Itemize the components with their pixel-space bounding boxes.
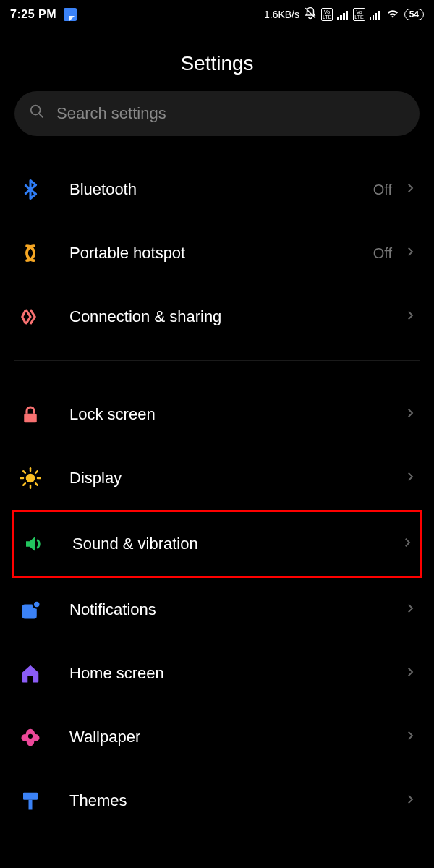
settings-item-notifications[interactable]: Notifications	[14, 578, 420, 642]
search-icon	[29, 103, 45, 124]
item-label: Portable hotspot	[69, 244, 373, 263]
lock-icon	[17, 401, 43, 427]
search-input[interactable]: Search settings	[14, 91, 420, 136]
item-label: Lock screen	[69, 405, 404, 424]
volte-2-icon: VoLTE	[353, 8, 365, 21]
item-label: Display	[69, 469, 404, 488]
svg-line-8	[23, 471, 25, 473]
connection-icon	[17, 304, 43, 330]
chevron-right-icon	[404, 245, 417, 261]
settings-item-hotspot[interactable]: Portable hotspot Off	[14, 221, 420, 285]
chevron-right-icon	[404, 793, 417, 809]
speaker-icon	[20, 531, 46, 557]
signal-1-icon	[337, 9, 349, 20]
dnd-bell-off-icon	[304, 7, 317, 22]
sun-icon	[17, 465, 43, 491]
settings-item-bluetooth[interactable]: Bluetooth Off	[14, 158, 420, 221]
home-icon	[17, 660, 43, 686]
settings-item-display[interactable]: Display	[14, 446, 420, 510]
search-placeholder: Search settings	[56, 104, 166, 123]
brush-icon	[17, 788, 43, 814]
svg-point-0	[31, 106, 41, 115]
status-time: 7:25 PM	[10, 8, 56, 21]
flower-icon	[17, 724, 43, 750]
settings-item-themes[interactable]: Themes	[14, 769, 420, 833]
svg-point-3	[26, 474, 35, 483]
item-label: Sound & vibration	[72, 535, 401, 553]
chevron-right-icon	[404, 729, 417, 745]
svg-point-13	[33, 601, 41, 608]
chevron-right-icon	[404, 407, 417, 422]
volte-1-icon: VoLTE	[321, 8, 333, 21]
notification-app-icon	[64, 8, 77, 21]
item-label: Notifications	[69, 600, 404, 619]
svg-point-14	[28, 734, 33, 739]
item-label: Wallpaper	[69, 728, 404, 746]
item-label: Themes	[69, 791, 404, 810]
chevron-right-icon	[404, 309, 417, 325]
bluetooth-icon	[17, 176, 43, 203]
page-title: Settings	[0, 35, 434, 91]
highlight-box: Sound & vibration	[12, 510, 422, 578]
item-label: Home screen	[69, 664, 404, 683]
notification-icon	[17, 597, 43, 623]
settings-item-homescreen[interactable]: Home screen	[14, 642, 420, 705]
item-status: Off	[373, 182, 392, 198]
item-label: Bluetooth	[69, 180, 373, 199]
battery-indicator: 54	[404, 9, 424, 20]
svg-line-9	[35, 483, 38, 485]
svg-rect-2	[24, 414, 37, 423]
chevron-right-icon	[404, 665, 417, 681]
svg-line-1	[39, 114, 43, 118]
chevron-right-icon	[404, 470, 417, 486]
chevron-right-icon	[404, 182, 417, 197]
settings-list: Bluetooth Off Portable hotspot Off Conne…	[0, 158, 434, 833]
settings-item-sound[interactable]: Sound & vibration	[17, 512, 417, 576]
svg-rect-15	[23, 793, 38, 800]
settings-item-wallpaper[interactable]: Wallpaper	[14, 705, 420, 769]
item-label: Connection & sharing	[69, 307, 404, 326]
status-bar: 7:25 PM 1.6KB/s VoLTE VoLTE 54	[0, 0, 434, 29]
status-data-speed: 1.6KB/s	[264, 9, 299, 20]
settings-item-connection[interactable]: Connection & sharing	[14, 285, 420, 349]
svg-line-10	[23, 483, 25, 485]
wifi-icon	[386, 6, 400, 24]
chevron-right-icon	[401, 536, 414, 552]
item-status: Off	[373, 245, 392, 262]
svg-line-11	[35, 471, 38, 473]
hotspot-icon	[17, 240, 43, 266]
svg-rect-16	[29, 800, 33, 810]
chevron-right-icon	[404, 602, 417, 618]
section-divider	[14, 360, 420, 361]
signal-2-icon	[370, 9, 381, 20]
settings-item-lockscreen[interactable]: Lock screen	[14, 383, 420, 446]
